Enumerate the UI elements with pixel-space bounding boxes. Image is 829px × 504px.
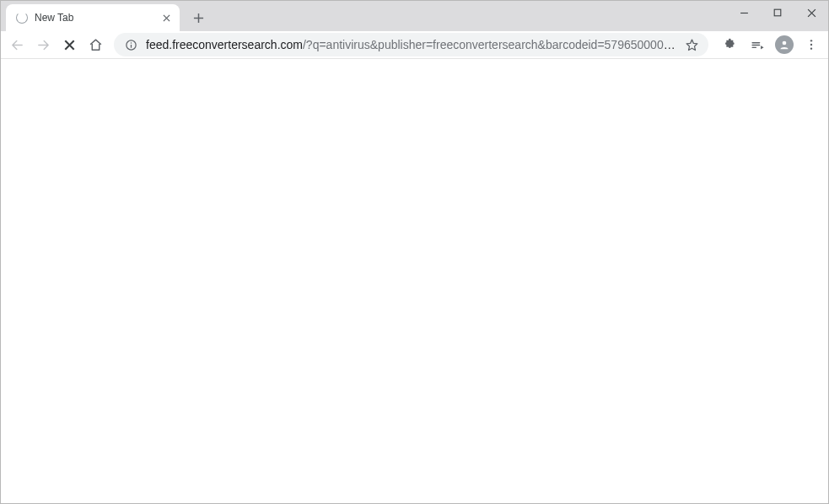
url-text: feed.freeconvertersearch.com/?q=antiviru… bbox=[146, 38, 681, 51]
site-info-button[interactable] bbox=[124, 38, 137, 51]
media-control-button[interactable] bbox=[746, 33, 769, 56]
minimize-icon bbox=[740, 8, 749, 18]
svg-point-4 bbox=[810, 40, 812, 41]
svg-rect-0 bbox=[774, 9, 781, 16]
plus-icon bbox=[193, 13, 204, 24]
close-icon bbox=[163, 14, 170, 22]
kebab-icon bbox=[805, 38, 818, 51]
maximize-button[interactable] bbox=[761, 1, 794, 24]
browser-tab[interactable]: New Tab bbox=[6, 4, 180, 31]
toolbar: feed.freeconvertersearch.com/?q=antiviru… bbox=[1, 31, 828, 59]
window-controls bbox=[727, 1, 828, 24]
forward-button[interactable] bbox=[32, 33, 55, 56]
stop-icon bbox=[64, 40, 75, 51]
arrow-left-icon bbox=[10, 38, 24, 52]
page-content bbox=[1, 59, 828, 503]
back-button[interactable] bbox=[6, 33, 29, 56]
url-path: /?q=antivirus&publisher=freeconvertersea… bbox=[303, 38, 681, 51]
loading-spinner-icon bbox=[16, 12, 28, 24]
info-icon bbox=[125, 39, 137, 51]
arrow-right-icon bbox=[36, 38, 51, 52]
svg-point-5 bbox=[810, 44, 812, 46]
toolbar-right bbox=[719, 33, 823, 56]
tab-close-button[interactable] bbox=[159, 11, 173, 24]
extensions-button[interactable] bbox=[719, 33, 742, 56]
close-icon bbox=[807, 8, 816, 18]
svg-point-2 bbox=[130, 42, 132, 44]
url-host: feed.freeconvertersearch.com bbox=[146, 38, 303, 51]
avatar-icon bbox=[775, 35, 794, 54]
address-bar[interactable]: feed.freeconvertersearch.com/?q=antiviru… bbox=[114, 33, 708, 56]
window-close-button[interactable] bbox=[794, 1, 828, 24]
star-icon bbox=[685, 38, 699, 52]
svg-point-6 bbox=[810, 47, 812, 49]
tab-title: New Tab bbox=[35, 12, 159, 24]
bookmark-button[interactable] bbox=[681, 35, 702, 55]
stop-reload-button[interactable] bbox=[58, 33, 81, 56]
menu-button[interactable] bbox=[799, 33, 823, 56]
maximize-icon bbox=[773, 8, 782, 17]
minimize-button[interactable] bbox=[727, 1, 761, 24]
media-icon bbox=[751, 38, 765, 52]
profile-button[interactable] bbox=[772, 33, 796, 56]
tab-strip: New Tab bbox=[1, 1, 828, 31]
home-button[interactable] bbox=[84, 33, 107, 56]
puzzle-icon bbox=[724, 38, 737, 51]
svg-point-3 bbox=[783, 41, 787, 46]
home-icon bbox=[89, 38, 103, 52]
new-tab-button[interactable] bbox=[186, 6, 210, 29]
